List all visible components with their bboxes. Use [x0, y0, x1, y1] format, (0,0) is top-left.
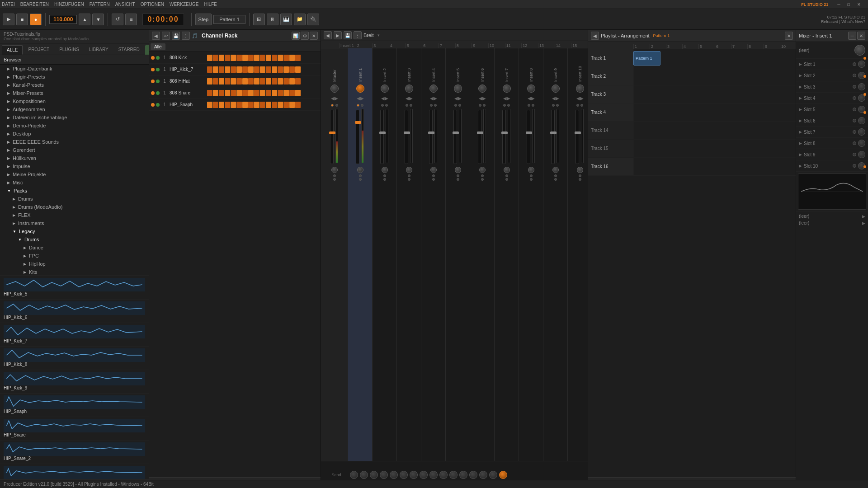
step-6[interactable]	[236, 55, 242, 61]
send-dot2[interactable]	[530, 178, 533, 181]
playlist-track-1[interactable]: Track 1 Pattern 1	[588, 49, 796, 67]
record-button[interactable]: ●	[30, 14, 42, 25]
eq-knob[interactable]	[577, 167, 583, 173]
insert-slot-5[interactable]: ▶ Slot 5	[796, 104, 868, 115]
insert-slot-9[interactable]: ▶ Slot 9	[796, 149, 868, 160]
slot-knob-1[interactable]	[858, 61, 865, 68]
send-knob-8[interactable]	[420, 471, 428, 479]
insert-slot-8[interactable]: ▶ Slot 8	[796, 138, 868, 149]
tree-misc[interactable]: ▶ Misc	[0, 178, 149, 187]
slot-led-3[interactable]	[853, 85, 856, 89]
slot-knob-6[interactable]	[858, 117, 865, 124]
tree-hiphop[interactable]: ▶ HipHop	[0, 260, 149, 268]
send-knob-12[interactable]	[459, 471, 467, 479]
track-fader[interactable]	[527, 110, 530, 164]
track-fader[interactable]	[356, 110, 359, 164]
slot-led-8[interactable]	[853, 141, 856, 145]
track-volume-knob[interactable]	[429, 84, 438, 93]
channel-row-808hihat[interactable]: 1 808 HiHat	[149, 75, 321, 87]
track-volume-knob[interactable]	[527, 84, 535, 93]
tab-project[interactable]: PROJECT	[24, 45, 54, 55]
ch-active-led[interactable]	[151, 80, 155, 83]
send-dot2[interactable]	[554, 178, 557, 181]
bpm-up[interactable]: ▲	[79, 14, 90, 25]
menu-bearbeiten[interactable]: BEARBEITEN	[20, 2, 49, 7]
ch-active-led[interactable]	[151, 56, 155, 60]
send-dot2[interactable]	[481, 178, 484, 181]
send-dot2[interactable]	[408, 178, 410, 181]
eq-knob[interactable]	[479, 167, 486, 173]
sidebar-tree[interactable]: ▶ Plugin-Datenbank ▶ Plugin-Presets ▶ Ka…	[0, 65, 149, 276]
plugin-picker-btn[interactable]: 🔌	[307, 14, 319, 25]
step-2[interactable]	[213, 55, 218, 61]
step-9[interactable]	[254, 55, 259, 61]
tree-dateien[interactable]: ▶ Dateien im.ischenablage	[0, 113, 149, 122]
bpm-display[interactable]: 110.000	[49, 15, 77, 24]
send-dot[interactable]	[432, 174, 435, 177]
mixer-track-insert-3[interactable]: Insert 3 ◀▶	[397, 48, 421, 461]
send-dot[interactable]	[579, 174, 581, 177]
insert-close-btn[interactable]: ✕	[857, 32, 865, 40]
track-fader[interactable]	[453, 110, 457, 164]
step-1[interactable]	[207, 55, 212, 61]
window-minimize[interactable]: ─	[837, 2, 840, 7]
slot-led-9[interactable]	[853, 153, 856, 156]
send-knob-2[interactable]	[360, 471, 368, 479]
eq-knob[interactable]	[455, 167, 461, 173]
slot-knob-7[interactable]	[858, 128, 865, 136]
sample-item-hip-snare3[interactable]: HIP_Snare_3	[0, 464, 149, 479]
track-content-15[interactable]	[633, 140, 796, 157]
step-15[interactable]	[289, 55, 295, 61]
slot-led-1[interactable]	[853, 62, 856, 66]
tree-aufgenommen[interactable]: ▶ Aufgenommen	[0, 105, 149, 113]
track-volume-knob[interactable]	[381, 84, 389, 93]
slot-led-5[interactable]	[853, 108, 856, 111]
ch-solo-led[interactable]	[156, 80, 160, 83]
tree-meine-projekte[interactable]: ▶ Meine Projekte	[0, 170, 149, 178]
tree-dance[interactable]: ▶ Dance	[0, 244, 149, 252]
mixer-next-btn[interactable]: ▶	[334, 31, 342, 39]
sample-item-hip-snaph[interactable]: HIP_Snaph	[0, 394, 149, 417]
tree-mixer-presets[interactable]: ▶ Mixer-Presets	[0, 89, 149, 97]
playlist-track-15[interactable]: Track 15	[588, 140, 796, 158]
tree-drums-modeaudio[interactable]: ▶ Drums (ModeAudio)	[0, 203, 149, 211]
eq-knob[interactable]	[382, 167, 388, 173]
tree-desktop[interactable]: ▶ Desktop	[0, 130, 149, 138]
step-10[interactable]	[260, 55, 265, 61]
track-volume-knob[interactable]	[552, 84, 560, 93]
track-content-4[interactable]	[633, 103, 796, 121]
step-8[interactable]	[248, 55, 254, 61]
track-content-1[interactable]: Pattern 1	[633, 49, 796, 67]
tree-eeee[interactable]: ▶ EEEE EEEE Sounds	[0, 138, 149, 146]
track-fader[interactable]	[478, 110, 481, 164]
eq-knob[interactable]	[504, 167, 510, 173]
pl-prev-btn[interactable]: ◀	[591, 32, 599, 40]
playlist-track-16[interactable]: Track 16	[588, 158, 796, 176]
ch-active-led[interactable]	[151, 91, 155, 95]
menu-werkzeuge[interactable]: WERKZEUGE	[170, 2, 198, 7]
cr-close-btn[interactable]: ✕	[310, 32, 318, 40]
cr-save-btn[interactable]: 💾	[172, 32, 180, 40]
send-knob-5[interactable]	[390, 471, 398, 479]
loop-button[interactable]: ↺	[112, 14, 123, 25]
track-volume-knob[interactable]	[454, 84, 462, 93]
mixer-track-insert-10[interactable]: Insert 10 ◀▶	[568, 48, 588, 461]
eq-knob[interactable]	[430, 167, 437, 173]
ch-name-808snare[interactable]: 808 Snare	[170, 90, 206, 95]
step-5[interactable]	[231, 55, 236, 61]
ch-active-led[interactable]	[151, 103, 155, 107]
playlist-track-2[interactable]: Track 2	[588, 67, 796, 85]
slot-led-4[interactable]	[853, 96, 856, 100]
mixer-track-insert-7[interactable]: Insert 7 ◀▶	[495, 48, 519, 461]
ch-solo-led[interactable]	[156, 56, 160, 60]
cr-prev-btn[interactable]: ◀	[152, 32, 160, 40]
channel-row-hipsnaph[interactable]: 1 HIP_Snaph	[149, 99, 321, 111]
send-dot[interactable]	[481, 174, 484, 177]
send-dot2[interactable]	[383, 178, 386, 181]
send-dot2[interactable]	[457, 178, 459, 181]
stop-button[interactable]: ■	[16, 14, 28, 25]
insert-minus-btn[interactable]: ─	[848, 32, 856, 40]
step-4[interactable]	[225, 55, 230, 61]
tree-kompositionen[interactable]: ▶ Kompositionen	[0, 97, 149, 105]
track-fader[interactable]	[502, 110, 506, 164]
